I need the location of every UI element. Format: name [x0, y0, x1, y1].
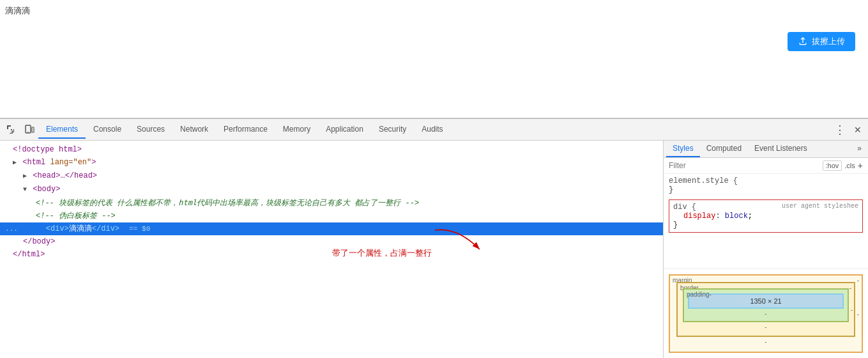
upload-button[interactable]: 拔擦上传	[788, 32, 855, 51]
html-line-body[interactable]: ▼ <body>	[0, 183, 663, 196]
upload-icon	[798, 36, 808, 47]
tab-styles[interactable]: Styles	[666, 141, 700, 157]
filter-add-button[interactable]: +	[858, 160, 863, 171]
html-line-html[interactable]: ▶ <html lang="en">	[0, 156, 663, 169]
svg-point-3	[27, 131, 28, 132]
tab-computed[interactable]: Computed	[700, 141, 748, 157]
style-source-label: user agent styleshee	[782, 203, 858, 210]
close-devtools-button[interactable]: ✕	[850, 122, 865, 137]
devtools-main: <!doctype html> ▶ <html lang="en"> ▶ <he…	[0, 141, 868, 358]
filter-cls-button[interactable]: .cls	[844, 162, 855, 169]
svg-rect-2	[32, 127, 34, 132]
element-style-rule: element.style { }	[669, 176, 863, 194]
comment1: <!-- 块级标签的代表 什么属性都不带，html代码中出场率最高，块级标签无论…	[36, 199, 419, 208]
styles-tabs: Styles Computed Event Listeners »	[664, 141, 868, 158]
border-top-dash: -	[849, 284, 851, 292]
tab-application[interactable]: Application	[318, 121, 371, 139]
html-line-html-close[interactable]: </html>	[0, 248, 663, 261]
div-content: 滴滴滴	[69, 224, 92, 233]
svg-rect-0	[11, 129, 12, 130]
html-line-body-close[interactable]: </body>	[0, 235, 663, 248]
box-padding: padding- 1350 × 21 -	[683, 288, 849, 322]
tab-event-listeners[interactable]: Event Listeners	[748, 141, 814, 157]
current-marker: ...	[5, 223, 18, 235]
inspect-icon	[6, 125, 17, 135]
collapse-triangle-head[interactable]: ▶	[23, 171, 27, 182]
tab-elements[interactable]: Elements	[38, 121, 86, 139]
page-area: 滴滴滴 拔擦上传	[0, 0, 868, 118]
device-toggle-button[interactable]	[20, 121, 38, 139]
html-panel[interactable]: <!doctype html> ▶ <html lang="en"> ▶ <he…	[0, 141, 664, 358]
styles-filter-bar: :hov .cls +	[664, 158, 868, 174]
box-model-area: margin - - border - - padding- 1350 × 21…	[664, 268, 868, 358]
tab-security[interactable]: Security	[371, 121, 414, 139]
device-icon	[24, 125, 34, 135]
margin-top-dash: -	[857, 277, 859, 284]
devtools-toolbar-right: ⋮ ✕	[832, 122, 865, 137]
devtools-toolbar: Elements Console Sources Network Perform…	[0, 119, 868, 141]
page-title: 滴滴滴	[5, 5, 30, 17]
style-display-line: display: block;	[673, 212, 858, 221]
html-attr: lang="en"	[50, 158, 91, 167]
body-close-tag: </body>	[23, 237, 55, 246]
tab-audits[interactable]: Audits	[414, 121, 450, 139]
element-style-selector: element.style {	[669, 176, 738, 185]
tab-network[interactable]: Network	[172, 121, 216, 139]
div-style-rule: div { user agent styleshee display: bloc…	[669, 199, 863, 233]
html-close-tag: </html>	[13, 250, 45, 259]
tab-sources[interactable]: Sources	[129, 121, 172, 139]
styles-panel: Styles Computed Event Listeners » :hov .…	[664, 141, 868, 358]
upload-button-label: 拔擦上传	[812, 36, 845, 47]
tab-performance[interactable]: Performance	[216, 121, 275, 139]
collapse-triangle[interactable]: ▶	[13, 157, 17, 169]
comment2: <!-- 伪白板标签 -->	[36, 212, 116, 221]
equals-sign: == $0	[129, 225, 150, 233]
collapse-triangle-body[interactable]: ▼	[23, 184, 27, 196]
html-line-head[interactable]: ▶ <head>…</head>	[0, 169, 663, 183]
devtools-panel: Elements Console Sources Network Perform…	[0, 118, 868, 358]
filter-hov-button[interactable]: :hov	[823, 160, 842, 171]
html-line-comment1[interactable]: <!-- 块级标签的代表 什么属性都不带，html代码中出场率最高，块级标签无论…	[0, 196, 663, 210]
more-options-button[interactable]: ⋮	[832, 122, 848, 137]
head-tag: <head>…</head>	[33, 171, 97, 180]
div-close-tag: </div>	[92, 224, 119, 233]
inspect-element-button[interactable]	[3, 121, 20, 139]
margin-right-dash: -	[857, 310, 859, 317]
body-tag: <body>	[33, 185, 60, 194]
div-open-tag: <div>	[46, 224, 69, 233]
styles-content: element.style { } div { user agent style…	[664, 174, 868, 268]
box-margin: margin - - border - - padding- 1350 × 21…	[669, 274, 863, 353]
padding-bottom-dash: -	[688, 310, 844, 317]
styles-filter-input[interactable]	[669, 161, 820, 170]
tab-memory[interactable]: Memory	[275, 121, 318, 139]
display-val: block	[725, 212, 748, 221]
tab-console[interactable]: Console	[86, 121, 129, 139]
margin-bottom-dash: -	[676, 338, 855, 345]
tab-more-styles[interactable]: »	[853, 141, 865, 157]
box-border: border - - padding- 1350 × 21 - -	[676, 282, 855, 337]
div-selector: div {	[673, 203, 696, 212]
border-bottom-dash: -	[683, 323, 849, 331]
html-line-doctype[interactable]: <!doctype html>	[0, 143, 663, 156]
doctype-tag: <!doctype html>	[13, 145, 82, 154]
html-line-comment2[interactable]: <!-- 伪白板标签 -->	[0, 210, 663, 222]
html-line-div-selected[interactable]: ... <div>滴滴滴</div> == $0	[0, 222, 663, 235]
border-right-dash: -	[851, 306, 853, 313]
html-tag: <html	[22, 158, 50, 167]
padding-label: padding-	[687, 291, 712, 298]
display-prop: display	[683, 212, 715, 221]
